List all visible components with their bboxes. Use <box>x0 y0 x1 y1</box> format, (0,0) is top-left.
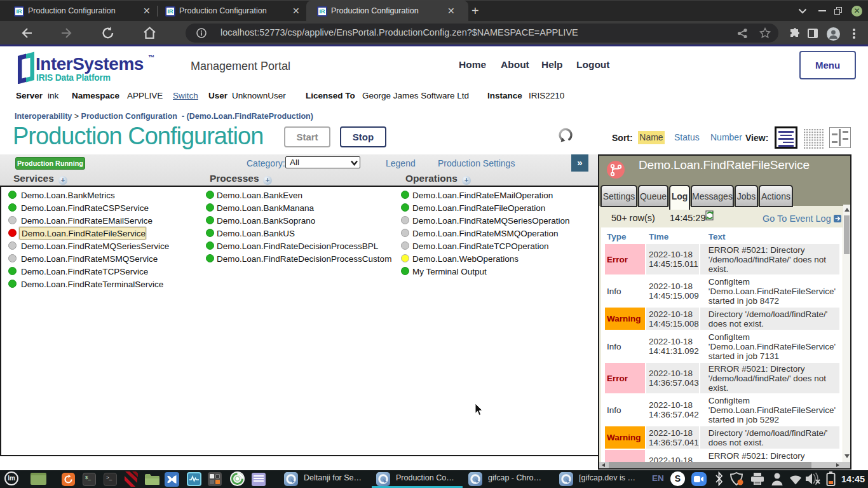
svg-text:IRIS Data Platform: IRIS Data Platform <box>36 73 111 83</box>
svg-text:InterSystems: InterSystems <box>36 54 144 74</box>
svg-text:™: ™ <box>148 54 154 61</box>
